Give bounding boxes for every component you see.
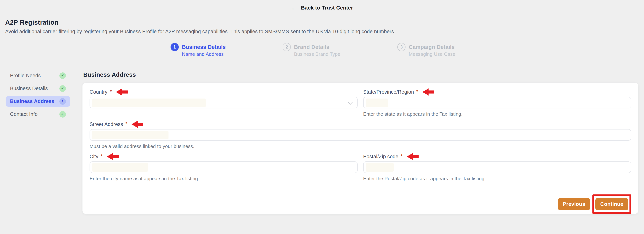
- city-field-group: City * Enter the city name as it appears…: [90, 154, 358, 181]
- step-connector: [231, 47, 278, 47]
- step-2-subtitle: Business Brand Type: [294, 51, 340, 57]
- city-input[interactable]: [90, 162, 357, 173]
- step-brand-details[interactable]: 2 Brand Details Business Brand Type: [282, 43, 340, 57]
- form-section-sidebar: Profile Needs ✓ Business Details ✓ Busin…: [6, 70, 70, 122]
- page-subtitle: Avoid additional carrier filtering by re…: [5, 29, 395, 35]
- sidebar-item-profile-needs[interactable]: Profile Needs ✓: [6, 70, 70, 81]
- annotation-highlight-box: Continue: [592, 194, 631, 214]
- step-3-title: Campaign Details: [409, 43, 456, 51]
- footer-divider: [90, 189, 631, 189]
- continue-button[interactable]: Continue: [596, 198, 628, 210]
- page-title: A2P Registration: [5, 19, 58, 26]
- step-2-circle: 2: [282, 43, 291, 51]
- country-label: Country: [90, 89, 108, 95]
- country-select-value[interactable]: [90, 97, 357, 108]
- city-label: City: [90, 154, 98, 160]
- street-input-box: [90, 129, 631, 141]
- step-2-title: Brand Details: [294, 43, 340, 51]
- sidebar-item-label: Contact Info: [10, 111, 38, 117]
- annotation-arrow-icon: [132, 121, 143, 128]
- state-input[interactable]: [364, 97, 631, 108]
- state-field-group: State/Province/Region * Enter the state …: [363, 89, 631, 117]
- country-field-group: Country *: [90, 89, 358, 108]
- postal-input[interactable]: [364, 162, 631, 173]
- sidebar-item-contact-info[interactable]: Contact Info ✓: [6, 109, 70, 120]
- street-field-group: Street Address * Must be a valid address…: [90, 121, 631, 149]
- arrow-left-icon: ←: [291, 5, 298, 11]
- postal-input-box: [363, 161, 631, 173]
- required-marker: *: [416, 89, 418, 94]
- postal-field-group: Postal/Zip code * Enter the Postal/Zip c…: [363, 154, 631, 181]
- registration-stepper: 1 Business Details Name and Address 2 Br…: [170, 43, 456, 57]
- step-3-circle: 3: [397, 43, 406, 51]
- check-circle-icon: ✓: [60, 72, 66, 79]
- annotation-arrow-icon: [407, 153, 419, 160]
- required-marker: *: [126, 121, 127, 127]
- postal-helper-text: Enter the Postal/Zip code as it appears …: [363, 176, 631, 181]
- step-1-subtitle: Name and Address: [182, 51, 226, 57]
- step-campaign-details[interactable]: 3 Campaign Details Messaging Use Case: [397, 43, 456, 57]
- sidebar-item-business-details[interactable]: Business Details ✓: [6, 83, 70, 94]
- city-input-box: [90, 161, 358, 173]
- sidebar-item-label: Business Details: [10, 86, 48, 91]
- chevron-right-circle-icon: ›: [60, 98, 66, 105]
- check-circle-icon: ✓: [60, 85, 66, 92]
- street-label: Street Address: [90, 122, 123, 127]
- country-select[interactable]: [90, 97, 358, 108]
- postal-label: Postal/Zip code: [363, 154, 398, 160]
- section-title: Business Address: [83, 71, 136, 78]
- business-address-card: Country * State/Province/Region * Enter …: [82, 83, 638, 214]
- sidebar-item-business-address[interactable]: Business Address ›: [6, 96, 70, 107]
- step-1-circle: 1: [170, 43, 179, 51]
- state-input-box: [363, 97, 631, 108]
- street-helper-text: Must be a valid address linked to your b…: [90, 144, 631, 149]
- step-connector: [346, 47, 392, 47]
- back-to-trust-center-link[interactable]: ← Back to Trust Center: [0, 5, 644, 11]
- check-circle-icon: ✓: [60, 111, 66, 118]
- required-marker: *: [110, 89, 112, 94]
- step-business-details[interactable]: 1 Business Details Name and Address: [170, 43, 226, 57]
- street-input[interactable]: [90, 130, 631, 140]
- state-helper-text: Enter the state as it appears in the Tax…: [363, 111, 631, 117]
- back-link-label: Back to Trust Center: [301, 5, 353, 11]
- annotation-arrow-icon: [116, 88, 128, 95]
- required-marker: *: [401, 153, 403, 159]
- city-helper-text: Enter the city name as it appears in the…: [90, 176, 358, 181]
- state-label: State/Province/Region: [363, 89, 414, 95]
- sidebar-item-label: Profile Needs: [10, 73, 41, 79]
- annotation-arrow-icon: [422, 88, 434, 95]
- step-1-title: Business Details: [182, 43, 226, 51]
- required-marker: *: [101, 153, 102, 159]
- sidebar-item-label: Business Address: [10, 98, 54, 104]
- step-3-subtitle: Messaging Use Case: [409, 51, 456, 57]
- previous-button[interactable]: Previous: [558, 198, 590, 210]
- annotation-arrow-icon: [107, 153, 118, 160]
